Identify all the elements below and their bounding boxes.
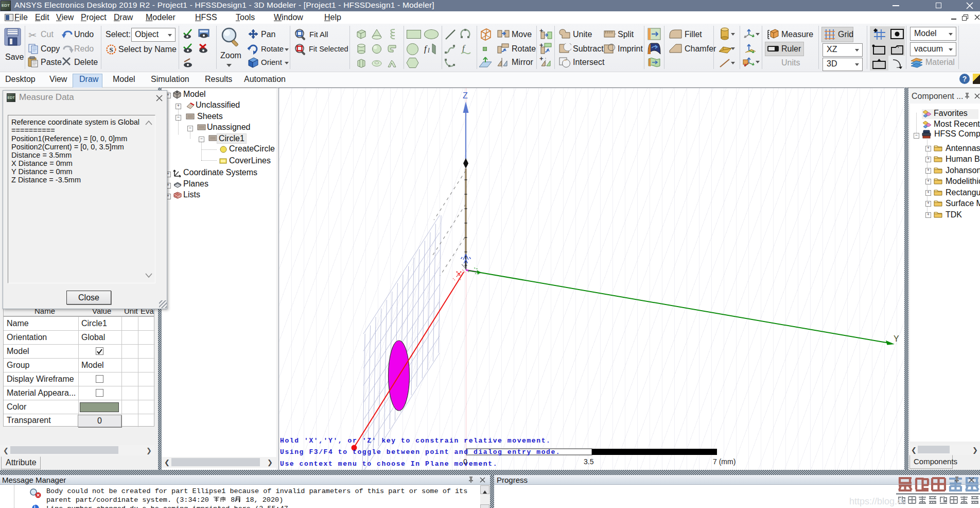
svg-text:S: S: [109, 46, 113, 54]
svg-text:Y: Y: [894, 334, 899, 343]
svg-text:i: i: [34, 504, 36, 508]
svg-text:+: +: [539, 56, 544, 62]
svg-text:Z: Z: [463, 91, 468, 100]
svg-text:l: l: [428, 46, 430, 54]
svg-text:f: f: [462, 43, 466, 53]
svg-text:f: f: [424, 44, 428, 54]
